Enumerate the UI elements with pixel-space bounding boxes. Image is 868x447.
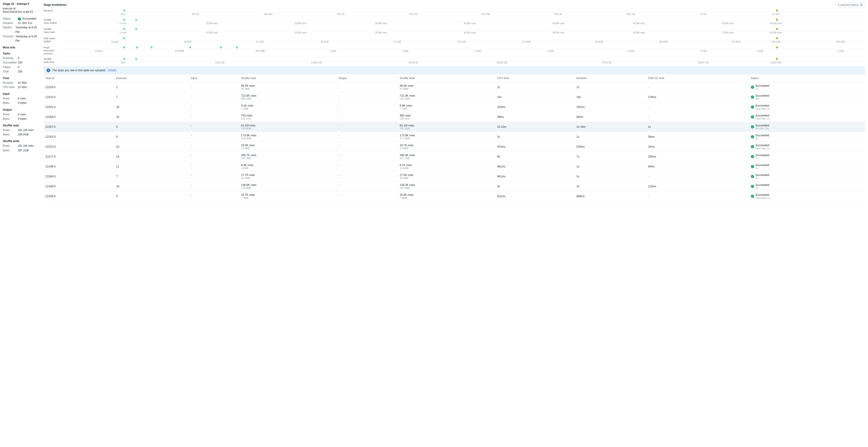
axis-tick: 4.2GB <box>756 50 763 52</box>
axis-tick: 1157d 9h <box>215 61 225 64</box>
column-header[interactable]: Executor <box>114 74 189 82</box>
axis-tick: 167.6GB <box>731 40 740 43</box>
table-row[interactable]: 22310-07--722.6K rows491.1MB--722.3K row… <box>43 92 865 102</box>
table-row[interactable]: 22243-06--173.8K rows109.8MB--173.6K row… <box>43 132 865 142</box>
time-heading: Time <box>3 77 38 80</box>
column-header[interactable]: Runtime <box>575 74 646 82</box>
selected-data-point[interactable] <box>776 28 778 30</box>
axis-tick: 3.3GB <box>628 50 634 52</box>
data-point[interactable] <box>151 47 153 49</box>
data-point[interactable] <box>220 47 222 49</box>
data-point[interactable] <box>123 28 125 30</box>
table-row[interactable]: 22329-02--58.3K rows48.3MB--58.0K rows51… <box>43 82 865 92</box>
table-row[interactable]: 22301-018--9.1K rows7.2MB--8.9K rows7.2M… <box>43 102 865 112</box>
sampled-tasks-banner: i The tasks you see in this table are sa… <box>43 66 865 74</box>
data-point[interactable] <box>123 9 125 11</box>
chart-track[interactable] <box>59 46 865 49</box>
axis-tick: 16m 40s <box>264 13 273 16</box>
axis-tick: 1.9GB <box>402 50 408 52</box>
table-row[interactable]: 22232-014--19.0K rows13.3MB--18.7K rows1… <box>43 142 865 152</box>
axis-tick: 476.8MB <box>175 50 184 52</box>
axis-tick: 130.4GB <box>594 40 603 43</box>
axis-tick: 0 rows <box>120 22 126 25</box>
axis-tick: 186.3GB <box>772 40 781 43</box>
axis-tick: 111.8GB <box>522 40 531 43</box>
axis-tick: 0 rows <box>120 31 126 34</box>
shuffle-read-heading: Shuffle read <box>3 124 38 127</box>
axis-tick: 0ms <box>121 61 125 64</box>
chart-row: Shuffle rows written0 rows10.0M rows20.0… <box>43 18 865 25</box>
selected-data-point[interactable] <box>776 58 778 60</box>
data-point[interactable] <box>123 47 125 49</box>
data-point[interactable] <box>123 19 125 21</box>
column-header[interactable]: Task Id <box>43 74 114 82</box>
table-row[interactable]: 22217-014--265.7K rows216.0MB--265.4K ro… <box>43 152 865 161</box>
chart-track[interactable] <box>59 36 865 40</box>
charts-container: Runtime0ms8m 20s16m 40s25m 0s33m 20s41m … <box>43 9 865 65</box>
selected-data-point[interactable] <box>776 37 778 39</box>
chart-track[interactable] <box>59 9 865 12</box>
chart-track[interactable] <box>59 57 865 61</box>
finished-label: Finished <box>3 34 16 43</box>
check-icon <box>751 95 754 99</box>
axis-tick: 8101d 20h <box>771 61 781 64</box>
check-icon <box>751 86 754 89</box>
axis-tick: 3.7GB <box>700 50 707 52</box>
axis-tick: 1.4GB <box>329 50 336 52</box>
chart-row: Disk bytes spilled0 bytes18.6GB37.3GB55.… <box>43 36 865 44</box>
data-point[interactable] <box>135 28 137 30</box>
chart-track[interactable] <box>59 27 865 31</box>
axis-tick: 55.9GB <box>321 40 329 43</box>
axis-tick: 70.0M rows <box>722 22 734 25</box>
check-icon <box>751 115 754 119</box>
axis-tick: 3472d 5h <box>408 61 418 64</box>
chart-label: Shuffle rows read <box>43 27 59 34</box>
axis-tick: 20.0M rows <box>294 31 307 34</box>
table-row[interactable]: 22289-016--793 rows518.1KB--560 rows518.… <box>43 112 865 122</box>
started-label: Started <box>3 25 16 34</box>
axis-tick: 2.8GB <box>547 50 554 52</box>
axis-tick: 10.0M rows <box>206 31 218 34</box>
table-row[interactable]: 22267-05--81.1M rows190.8GB--81.1M rows1… <box>43 122 865 132</box>
metrics-selector-button[interactable]: 6 selected metrics <box>836 2 865 7</box>
axis-tick: 8m 20s <box>192 13 199 16</box>
status-value: Succeeded <box>18 17 36 21</box>
data-point[interactable] <box>236 47 238 49</box>
tasks-heading: Tasks <box>3 52 38 55</box>
column-header[interactable]: Shuffle write <box>398 74 495 82</box>
info-icon: i <box>46 68 50 72</box>
table-row[interactable]: 22180-07--27.7K rows18.5MB--27.5K rows16… <box>43 171 865 181</box>
axis-tick: 93.1GB <box>458 40 466 43</box>
column-header[interactable]: Output <box>337 74 398 82</box>
selected-data-point[interactable] <box>776 9 778 11</box>
axis-tick: 953.7MB <box>255 50 265 52</box>
chart-track[interactable] <box>59 18 865 22</box>
column-header[interactable]: Shuffle read <box>239 74 337 82</box>
column-header[interactable]: Status <box>749 74 865 82</box>
data-point[interactable] <box>123 37 125 39</box>
axis-tick: 40.0M rows <box>464 22 476 25</box>
data-point[interactable] <box>136 47 138 49</box>
table-row[interactable]: 22166-016--138.6K rows129.9MB--138.3K ro… <box>43 181 865 191</box>
axis-tick: 5787d 0h <box>602 61 612 64</box>
selected-data-point[interactable] <box>776 47 778 49</box>
data-point[interactable] <box>189 47 191 49</box>
column-header[interactable]: CPU time <box>495 74 575 82</box>
axis-tick: 74.5GB <box>393 40 401 43</box>
details-link[interactable]: Details <box>108 69 117 72</box>
axis-tick: 50m 0s <box>555 13 562 16</box>
data-point[interactable] <box>135 19 137 21</box>
selected-data-point[interactable] <box>776 19 778 21</box>
chart-label: Disk bytes spilled <box>43 36 59 43</box>
column-header[interactable]: JVM GC time <box>646 74 749 82</box>
data-point[interactable] <box>135 58 137 60</box>
table-row[interactable]: 22159-05--15.7K rows7.5MB--15.4K rows7.6… <box>43 191 865 201</box>
check-icon <box>751 155 754 158</box>
column-header[interactable]: Input <box>189 74 239 82</box>
data-point[interactable] <box>123 58 125 60</box>
chart-row: Peak execution memory0 bytes476.8MB953.7… <box>43 46 865 55</box>
check-icon <box>751 175 754 178</box>
axis-tick: 50.0M rows <box>553 22 564 25</box>
axis-tick: 80.0M rows <box>770 22 782 25</box>
table-row[interactable]: 22196-011--8.4K rows9.2MB--8.1K rows10.5… <box>43 161 865 171</box>
